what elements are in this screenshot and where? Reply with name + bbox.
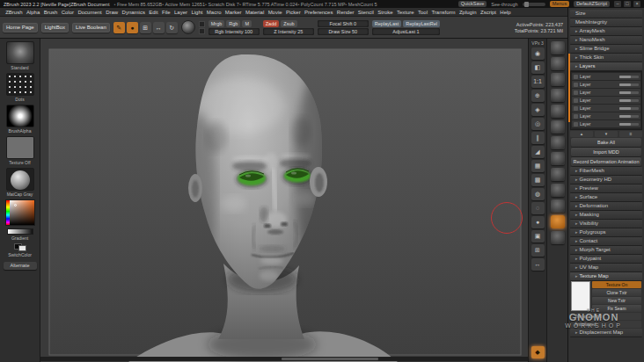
palette-thumb[interactable] [551,168,565,181]
quicksave-button[interactable]: QuickSave [458,1,487,7]
palette-thumb[interactable] [551,136,565,149]
menu-item[interactable]: Zscript [479,10,498,15]
tool-panel-section[interactable]: Morph Target [570,246,642,254]
tool-panel-section[interactable]: Polypaint [570,255,642,263]
alternate-button[interactable]: Alternate [4,262,37,270]
scroll-down-icon[interactable]: ▾ [595,131,618,137]
palette-thumb[interactable] [551,120,565,134]
layer-intensity-slider[interactable] [619,91,639,94]
menu-item[interactable]: Stroke [376,10,395,15]
new-texture-button[interactable]: New Txtr [592,297,641,304]
replay-last-button[interactable]: ReplayLast [372,20,402,27]
focal-shift-slider[interactable]: Focal Shift 0 [318,20,369,27]
palette-thumb[interactable] [551,89,565,102]
menu-item[interactable]: Tool [416,10,429,15]
zadd-button[interactable]: Zadd [263,20,280,27]
layer-visibility-icon[interactable] [574,122,578,127]
alpha-selector[interactable]: BrushAlpha [6,105,34,134]
material-selector[interactable]: MatCap Gray [6,168,34,197]
palette-thumb[interactable] [551,73,565,86]
layer-row[interactable]: Layer [572,112,640,119]
minimize-icon[interactable]: – [614,1,621,7]
layers-action-button[interactable]: Record Deformation Animation [571,157,641,166]
menu-item[interactable]: ZBrush [4,10,25,15]
menu-item[interactable]: Layer [172,10,189,15]
scroll-icon[interactable]: ◈ [531,104,545,116]
m-button[interactable]: M [242,20,252,27]
menu-item[interactable]: Alpha [25,10,42,15]
tool-panel-section[interactable]: Deformation [570,202,642,210]
menu-item[interactable]: Dynamics [120,10,147,15]
menu-item[interactable]: Edit [147,10,160,15]
actual-size-icon[interactable]: 1:1 [531,76,545,88]
menus-button[interactable]: Menus [550,1,570,7]
texture-selector[interactable]: Texture Off [6,136,34,165]
panel-scrollbar[interactable] [568,54,570,122]
layers-action-button[interactable]: Import MDD [571,148,641,156]
alpha-thumb-icon[interactable] [199,28,205,34]
tool-panel-section[interactable]: Surface [570,193,642,201]
layer-row[interactable]: Layer [572,73,640,80]
palette-thumb[interactable] [551,215,565,228]
z-intensity-slider[interactable]: Z Intensity 25 [263,28,314,35]
layers-section-header[interactable]: Layers [570,62,642,70]
tool-panel-section[interactable]: ArrayMesh [570,27,642,35]
texture-map-header[interactable]: Texture Map [570,272,642,280]
document-canvas[interactable] [40,39,528,362]
texture-on-button[interactable]: Texture On [592,281,641,288]
adjust-last-slider[interactable]: AdjustLast 1 [372,28,440,35]
local-pivot-icon[interactable]: ◎ [531,118,545,130]
lsym-icon[interactable]: ∥ [531,132,545,144]
rgb-button[interactable]: Rgb [226,20,240,27]
layer-list-icon[interactable]: ≡ [619,131,642,137]
menu-item[interactable]: Draw [104,10,120,15]
scrollbar-thumb[interactable] [282,358,378,360]
layer-row[interactable]: Layer [572,105,640,112]
palette-thumb[interactable] [551,41,565,54]
palette-thumb[interactable] [551,57,565,70]
zoom-in-icon[interactable]: ⊕ [531,90,545,102]
layer-row[interactable]: Layer [572,89,640,96]
layers-action-button[interactable]: Bake All [571,138,641,147]
bpr-icon[interactable]: ◉ [531,47,545,60]
menu-item[interactable]: Color [60,10,77,15]
tool-panel-section[interactable]: Contact [570,237,642,245]
brush-alpha-thumb[interactable] [6,105,34,127]
layer-intensity-slider[interactable] [619,83,639,86]
maximize-icon[interactable]: □ [624,1,631,7]
menu-item[interactable]: Picker [284,10,303,15]
live-boolean-button[interactable]: Live Boolean [72,23,110,33]
perspective-icon[interactable]: ◢ [531,146,545,158]
current-brush-preview[interactable] [181,20,195,34]
stroke-selector[interactable]: Dots [6,73,34,102]
menu-item[interactable]: Help [498,10,513,15]
rotate-icon[interactable]: ↻ [166,22,178,33]
tool-panel-row[interactable]: MeshIntegrity [570,18,642,26]
solo-icon[interactable]: ● [531,216,545,228]
menu-item[interactable]: Brush [41,10,59,15]
layer-intensity-slider[interactable] [619,99,639,102]
switch-color-swatch[interactable] [14,243,26,251]
layer-visibility-icon[interactable] [574,83,578,87]
menu-item[interactable]: Zplugin [457,10,479,15]
layer-row[interactable]: Layer [572,97,640,104]
tool-panel-section[interactable]: Preview [570,185,642,192]
menu-item[interactable]: Stencil [356,10,376,15]
see-through-slider[interactable] [523,3,545,6]
tool-panel-section[interactable]: Thick Skin [570,54,642,62]
tool-panel-section[interactable]: FiberMesh [570,167,642,175]
scroll-up-icon[interactable]: ▴ [570,131,593,137]
menu-item[interactable]: Texture [395,10,416,15]
scale-gizmo-icon[interactable]: ↔ [531,258,545,271]
layer-row[interactable]: Layer [572,120,640,127]
slider-knob-icon[interactable] [524,2,529,7]
tool-panel-section[interactable]: Geometry HD [570,176,642,184]
gradient-toggle[interactable]: Gradient [7,228,33,241]
layer-visibility-icon[interactable] [574,106,578,111]
tool-panel-section[interactable]: Visibility [570,220,642,228]
menu-item[interactable]: Movie [266,10,283,15]
menu-item[interactable]: Render [335,10,356,15]
menu-item[interactable]: Preferences [303,10,335,15]
texture-off-thumb[interactable] [6,136,34,159]
frame-mesh-icon[interactable]: ▣ [531,230,545,243]
